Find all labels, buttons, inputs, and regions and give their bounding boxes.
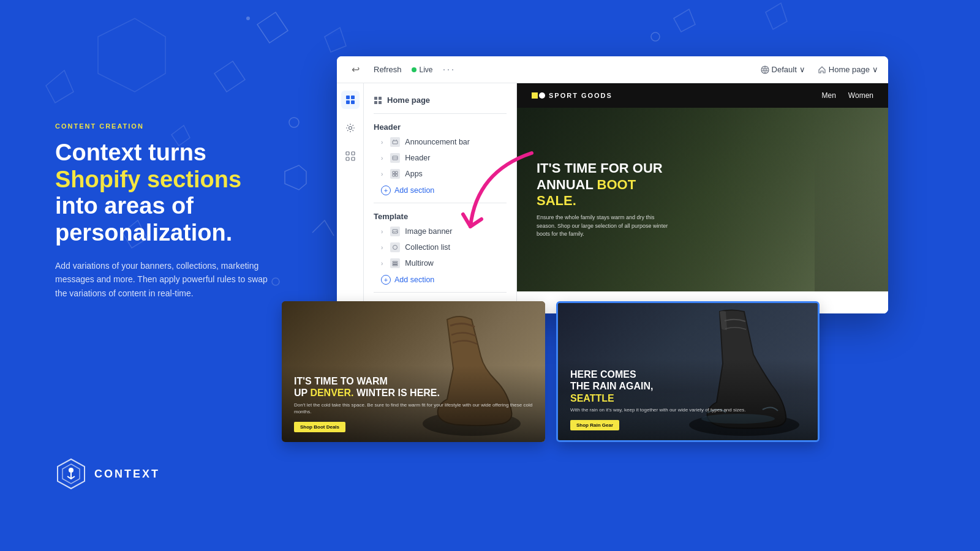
svg-point-42	[393, 246, 398, 250]
nav-item-image-banner[interactable]: › Image banner	[364, 223, 516, 239]
svg-marker-0	[257, 12, 288, 43]
svg-rect-45	[393, 265, 398, 266]
nav-item-apps[interactable]: › Apps	[364, 166, 516, 182]
svg-point-17	[69, 468, 74, 473]
svg-rect-30	[374, 101, 377, 104]
nav-item-header[interactable]: › Header	[364, 150, 516, 166]
store-nav: Men Women	[822, 91, 873, 100]
apps-icon	[390, 169, 400, 179]
chevron-icon: ›	[381, 244, 383, 251]
svg-rect-21	[346, 100, 350, 104]
variant-seattle-line1: HERE COMES	[570, 369, 636, 380]
add-section-header-btn[interactable]: + Add section	[364, 182, 516, 199]
layout-icon	[345, 95, 355, 105]
svg-marker-1	[214, 61, 245, 92]
nav-item-collection-list[interactable]: › Collection list	[364, 239, 516, 255]
svg-rect-39	[393, 174, 395, 177]
divider-2	[374, 203, 507, 203]
svg-marker-8	[674, 9, 695, 32]
preview-inner: SPORT GOODS Men Women IT'S TIME F	[517, 83, 888, 313]
svg-rect-43	[393, 261, 398, 263]
svg-rect-27	[352, 157, 355, 160]
add-section-template-btn[interactable]: + Add section	[364, 271, 516, 288]
chevron-icon: ›	[381, 260, 383, 267]
home-page-label: Home page	[829, 65, 870, 74]
announcement-icon	[390, 137, 400, 147]
svg-rect-31	[379, 101, 382, 104]
svg-point-23	[349, 127, 352, 130]
divider-3	[374, 292, 507, 293]
live-dot	[412, 67, 417, 72]
svg-rect-26	[346, 157, 349, 160]
more-button[interactable]: ···	[443, 63, 456, 76]
settings-icon-btn[interactable]	[341, 119, 360, 137]
back-button[interactable]: ↩	[347, 61, 364, 78]
store-name: SPORT GOODS	[549, 92, 612, 99]
variant-desc-seattle: With the rain on it's way, keep it toget…	[570, 407, 805, 413]
globe-default[interactable]: Default ∨	[761, 65, 805, 74]
header-section-title: Header	[364, 118, 516, 134]
gear-icon	[345, 123, 355, 133]
variant-card-denver: IT'S TIME TO WARM UP DENVER. WINTER IS H…	[282, 301, 545, 442]
svg-point-11	[246, 17, 250, 20]
hero-title-line1: IT'S TIME FOR OUR	[537, 160, 663, 176]
nav-item-announcement-bar[interactable]: › Announcement bar	[364, 134, 516, 150]
apps-grid-icon	[345, 151, 355, 161]
home-page-nav-label: Home page	[387, 96, 430, 105]
live-label: Live	[420, 66, 433, 74]
divider-1	[374, 113, 507, 114]
nav-panel: Home page Header › Announcement bar › He…	[364, 83, 517, 313]
svg-marker-10	[766, 3, 787, 29]
home-page-header: Home page	[364, 91, 516, 110]
headline-line3: into areas of	[55, 193, 194, 219]
hero-desc: Ensure the whole family stays warm and d…	[537, 214, 669, 239]
hero-banner: IT'S TIME FOR OUR ANNUAL BOOT SALE. Ensu…	[517, 108, 888, 291]
variant-card-seattle: HERE COMES THE RAIN AGAIN, SEATTLE With …	[556, 301, 820, 442]
variant-cta-seattle[interactable]: Shop Rain Gear	[570, 420, 619, 430]
svg-rect-25	[352, 152, 355, 155]
chevron-icon: ›	[381, 228, 383, 235]
svg-marker-6	[46, 70, 74, 103]
variant-title-seattle: HERE COMES THE RAIN AGAIN, SEATTLE	[570, 369, 805, 404]
subtext: Add variations of your banners, collecti…	[55, 259, 276, 300]
chevron-icon: ›	[381, 171, 383, 178]
browser-body: Home page Header › Announcement bar › He…	[337, 83, 888, 313]
svg-marker-3	[325, 28, 346, 52]
multirow-label: Multirow	[405, 259, 434, 268]
header-icon	[390, 153, 400, 163]
variant-seattle-highlight: SEATTLE	[570, 393, 614, 403]
layout-icon-btn[interactable]	[341, 91, 360, 109]
nav-women[interactable]: Women	[848, 91, 873, 100]
svg-rect-20	[351, 96, 355, 99]
svg-rect-37	[393, 171, 395, 174]
variant-cta-denver[interactable]: Shop Boot Deals	[294, 422, 345, 432]
apps-icon-btn[interactable]	[341, 147, 360, 165]
sidebar-icons	[337, 83, 364, 313]
variant-title-denver: IT'S TIME TO WARM UP DENVER. WINTER IS H…	[294, 375, 533, 399]
svg-rect-24	[346, 152, 349, 155]
collection-list-label: Collection list	[405, 243, 450, 252]
variant-desc-denver: Don't let the cold take this space. Be s…	[294, 402, 533, 415]
logo-text: CONTEXT	[94, 468, 160, 481]
nav-men[interactable]: Men	[822, 91, 836, 100]
logo-area: CONTEXT	[55, 458, 160, 490]
refresh-button[interactable]: Refresh	[374, 65, 402, 74]
headline-line1: Context turns	[55, 140, 206, 165]
svg-rect-29	[379, 97, 382, 100]
browser-mockup: ↩ Refresh Live ··· Default ∨	[337, 56, 888, 313]
add-circle-icon: +	[381, 186, 391, 195]
store-logo: SPORT GOODS	[532, 92, 612, 99]
chevron-icon: ›	[381, 155, 383, 162]
collection-list-icon	[390, 242, 400, 252]
add-circle-icon-2: +	[381, 275, 391, 285]
headline-line4: personalization.	[55, 220, 232, 246]
context-logo-icon	[55, 458, 87, 490]
multirow-icon	[390, 258, 400, 268]
home-page-button[interactable]: Home page ∨	[818, 65, 878, 74]
store-header: SPORT GOODS Men Women	[517, 83, 888, 108]
hero-title: IT'S TIME FOR OUR ANNUAL BOOT SALE.	[537, 160, 669, 209]
svg-rect-19	[346, 96, 350, 99]
left-panel: CONTENT CREATION Context turns Shopify s…	[55, 122, 312, 300]
nav-item-multirow[interactable]: › Multirow	[364, 255, 516, 271]
logo-squares	[532, 92, 545, 99]
